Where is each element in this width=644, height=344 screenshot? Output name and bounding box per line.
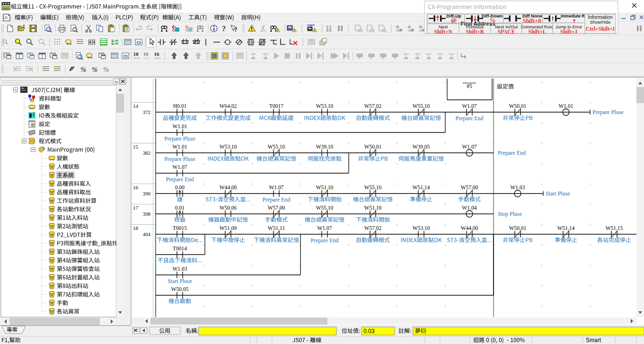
svg-text:0.01: 0.01 bbox=[175, 205, 185, 211]
svg-text:W55.10: W55.10 bbox=[268, 144, 285, 150]
svg-text:W53.10: W53.10 bbox=[220, 144, 237, 150]
svg-text:W39.10: W39.10 bbox=[316, 144, 334, 150]
svg-text:SMA: SMA bbox=[124, 39, 131, 42]
svg-text:W51.14: W51.14 bbox=[557, 225, 575, 231]
svg-text:17: 17 bbox=[133, 205, 139, 211]
svg-text:0.03: 0.03 bbox=[363, 328, 375, 335]
svg-text:W50.01: W50.01 bbox=[364, 144, 382, 150]
svg-text:?: ? bbox=[222, 24, 226, 33]
svg-text:W50.06: W50.06 bbox=[220, 205, 237, 211]
svg-text:Start Pluse: Start Pluse bbox=[168, 278, 192, 284]
svg-text:W50.01: W50.01 bbox=[509, 103, 527, 109]
svg-text:@: @ bbox=[451, 17, 457, 24]
svg-text:Prepare End: Prepare End bbox=[166, 176, 194, 183]
svg-text:W55.10: W55.10 bbox=[316, 205, 334, 211]
svg-text:398: 398 bbox=[143, 211, 151, 217]
svg-text:Show/Hide: Show/Hide bbox=[590, 20, 611, 25]
svg-text:(2/2/): (2/2/) bbox=[143, 57, 150, 60]
svg-text:W1.07: W1.07 bbox=[318, 225, 332, 231]
svg-text:Prepare End: Prepare End bbox=[456, 115, 484, 122]
svg-text:W50.05: W50.05 bbox=[171, 286, 189, 292]
svg-text:W64.02: W64.02 bbox=[220, 103, 237, 109]
svg-text:382: 382 bbox=[143, 150, 151, 156]
svg-text:14: 14 bbox=[133, 103, 139, 109]
svg-text:404: 404 bbox=[143, 231, 151, 237]
svg-text:Shift+J: Shift+J bbox=[560, 29, 577, 35]
svg-text:16: 16 bbox=[133, 185, 139, 190]
svg-text:H0.01: H0.01 bbox=[173, 103, 187, 109]
svg-text:W44.00: W44.00 bbox=[461, 225, 478, 231]
svg-text:Prepare Pluse: Prepare Pluse bbox=[164, 156, 195, 162]
svg-text:CI: CI bbox=[124, 54, 128, 59]
svg-text:W1.04: W1.04 bbox=[462, 205, 477, 211]
svg-text:Immediate Ref: Immediate Ref bbox=[561, 14, 588, 18]
svg-text:(2/2/): (2/2/) bbox=[326, 29, 332, 32]
svg-text:T0017: T0017 bbox=[269, 103, 283, 109]
svg-text:Information: Information bbox=[588, 14, 613, 20]
svg-text:Stop Pluse: Stop Pluse bbox=[498, 211, 522, 217]
svg-text:W51.09: W51.09 bbox=[220, 225, 237, 231]
svg-text:%: % bbox=[80, 66, 87, 73]
svg-text:W57.02: W57.02 bbox=[364, 103, 382, 109]
svg-text:CI: CI bbox=[137, 40, 141, 45]
svg-text:Shift+L: Shift+L bbox=[529, 29, 547, 35]
svg-text:15: 15 bbox=[133, 144, 139, 150]
svg-text:Prepare Pluse: Prepare Pluse bbox=[164, 135, 195, 142]
svg-text:W1.03: W1.03 bbox=[173, 266, 187, 272]
svg-text:SPACE: SPACE bbox=[498, 29, 515, 35]
svg-text:Smart: Smart bbox=[586, 337, 601, 344]
svg-text:W51.14: W51.14 bbox=[413, 185, 430, 190]
svg-text:W53.10: W53.10 bbox=[316, 103, 334, 109]
svg-text:Shift+N: Shift+N bbox=[434, 29, 452, 35]
svg-text:W55.10: W55.10 bbox=[364, 185, 382, 190]
svg-text:W1.01: W1.01 bbox=[173, 144, 187, 150]
svg-text:Prepare Pluse: Prepare Pluse bbox=[592, 109, 624, 115]
svg-text:(2/2/): (2/2/) bbox=[154, 57, 161, 60]
svg-text:W57.00: W57.00 bbox=[461, 185, 478, 190]
svg-text:!: ! bbox=[552, 16, 554, 22]
svg-text:W57.00: W57.00 bbox=[268, 205, 285, 211]
svg-text:W51.10: W51.10 bbox=[364, 205, 382, 211]
svg-text:372: 372 bbox=[143, 109, 151, 115]
svg-text:T0015: T0015 bbox=[173, 225, 187, 231]
svg-text:W51.11: W51.11 bbox=[268, 225, 285, 231]
svg-text:Ctrl+Shift+I: Ctrl+Shift+I bbox=[586, 26, 615, 32]
svg-text:W55.10: W55.10 bbox=[413, 103, 430, 109]
svg-text:Shift+B: Shift+B bbox=[466, 29, 484, 35]
svg-text:18: 18 bbox=[133, 225, 139, 231]
svg-text:Prepare End: Prepare End bbox=[263, 196, 291, 203]
svg-text:0.00: 0.00 bbox=[175, 185, 185, 190]
svg-text:16: 16 bbox=[154, 51, 160, 57]
svg-text:W1.07: W1.07 bbox=[173, 164, 187, 170]
svg-text:#5: #5 bbox=[467, 83, 472, 89]
svg-text:T0014: T0014 bbox=[173, 246, 187, 251]
svg-text:W39.05: W39.05 bbox=[413, 144, 430, 150]
svg-text:%: % bbox=[92, 66, 98, 73]
svg-text:10: 10 bbox=[143, 51, 149, 57]
svg-text:(2/2/): (2/2/) bbox=[260, 29, 266, 32]
svg-text:W1.01: W1.01 bbox=[559, 103, 573, 109]
svg-text:W53.10: W53.10 bbox=[413, 225, 430, 231]
svg-text:Prepare End: Prepare End bbox=[498, 150, 526, 156]
svg-text:W51.10: W51.10 bbox=[316, 185, 334, 190]
svg-text:Start Pluse: Start Pluse bbox=[546, 190, 570, 197]
svg-text:W1.07: W1.07 bbox=[269, 185, 284, 190]
svg-text:?: ? bbox=[234, 26, 238, 33]
svg-text:Prepare End: Prepare End bbox=[311, 237, 339, 244]
svg-text:W1.07: W1.07 bbox=[462, 144, 477, 150]
svg-text:W1.03: W1.03 bbox=[511, 185, 525, 190]
svg-text:W1.07: W1.07 bbox=[462, 103, 477, 109]
svg-text:390: 390 bbox=[143, 191, 151, 196]
svg-text:W1.01: W1.01 bbox=[173, 123, 187, 129]
svg-text:W51.15: W51.15 bbox=[606, 225, 623, 231]
svg-text:10: 10 bbox=[133, 51, 139, 57]
svg-text:W44.00: W44.00 bbox=[220, 185, 237, 190]
svg-text:SMA: SMA bbox=[111, 53, 117, 56]
svg-text:(2/2/): (2/2/) bbox=[133, 57, 140, 60]
svg-text:%: % bbox=[103, 66, 109, 73]
svg-text:W50.01: W50.01 bbox=[509, 225, 527, 231]
svg-text:W57.02: W57.02 bbox=[364, 225, 382, 231]
